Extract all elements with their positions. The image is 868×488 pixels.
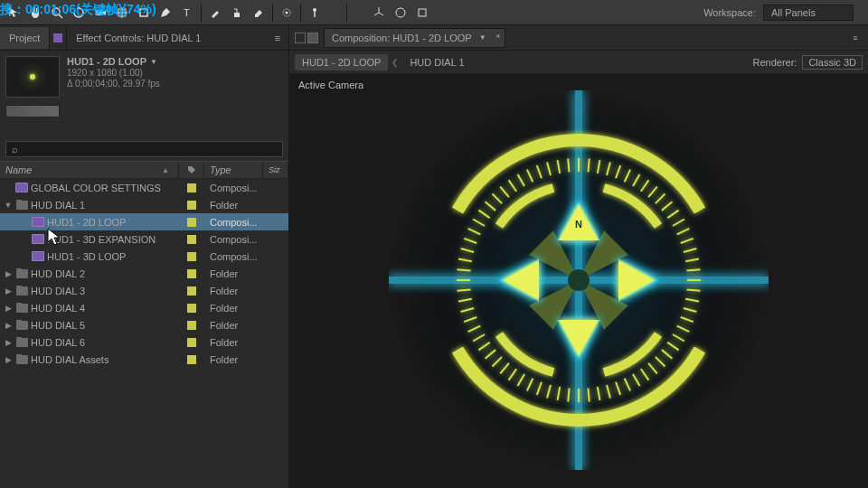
tree-row[interactable]: HUD1 - 2D LOOPComposi... [0,213,288,230]
label-color-swatch[interactable] [179,252,204,261]
tree-row[interactable]: HUD1 - 3D EXPANSIONComposi... [0,230,288,248]
svg-point-16 [396,8,405,17]
composition-viewport[interactable]: Active Camera [289,74,868,488]
tree-item-label: HUD1 - 2D LOOP [47,217,126,228]
chevron-down-icon[interactable]: ▼ [479,33,486,42]
pen-tool[interactable] [156,3,175,23]
tree-row[interactable]: GLOBAL COLOR SETTINGSComposi... [0,179,288,196]
tree-item-label: HUD DIAL 1 [31,200,85,211]
renderer-label: Renderer: [753,57,797,68]
type-tool[interactable]: T [177,3,197,23]
view-axis-mode-icon[interactable] [412,3,432,23]
composition-icon [15,183,28,193]
disclosure-arrow-icon[interactable]: ▶ [4,269,13,278]
column-size[interactable]: Siz [263,162,288,178]
tree-item-label: HUD DIAL Assets [31,354,108,365]
folder-icon [15,286,28,296]
tree-row[interactable]: ▶HUD DIAL 6Folder [0,333,288,351]
breadcrumb-separator-icon: ❮ [392,58,399,67]
tree-item-type: Folder [204,268,263,279]
composition-icon [32,251,44,262]
renderer-dropdown[interactable]: Classic 3D [802,55,863,70]
rotation-tool[interactable] [69,3,89,23]
project-search-input[interactable] [22,144,277,155]
disclosure-arrow-icon[interactable]: ▶ [4,321,13,330]
breadcrumb-current[interactable]: HUD1 - 2D LOOP [295,54,388,70]
tree-row[interactable]: HUD1 - 3D LOOPComposi... [0,248,288,265]
clone-stamp-tool[interactable] [227,3,247,23]
label-color-swatch[interactable] [179,355,204,364]
composition-icon [32,217,44,228]
composition-panel: Composition: HUD1 - 2D LOOP ▼ × ≡ HUD1 -… [289,25,868,488]
disclosure-arrow-icon[interactable]: ▶ [4,338,13,347]
tree-row[interactable]: ▶HUD DIAL 5Folder [0,316,288,333]
workspace-dropdown[interactable]: All Panels [763,5,854,21]
brush-tool[interactable] [205,3,225,23]
comp-panel-menu-button[interactable]: ≡ [846,33,864,42]
svg-point-0 [52,8,60,15]
hand-tool[interactable] [25,3,45,23]
flowchart-icons[interactable] [295,33,318,43]
disclosure-arrow-icon[interactable]: ▶ [4,355,13,364]
breadcrumb-parent[interactable]: HUD DIAL 1 [402,54,471,70]
column-label[interactable] [179,162,204,178]
close-tab-icon[interactable]: × [495,32,500,41]
disclosure-arrow-icon[interactable]: ▶ [4,304,13,313]
effect-controls-icon-tab[interactable] [49,25,67,51]
tree-item-type: Folder [204,286,263,296]
column-type[interactable]: Type [204,162,263,178]
effect-controls-tab[interactable]: Effect Controls: HUD DIAL 1 [67,27,210,49]
tree-item-label: HUD DIAL 2 [31,268,85,279]
zoom-tool[interactable] [47,3,67,23]
tree-item-label: HUD DIAL 6 [31,337,85,348]
composition-title: HUD1 - 2D LOOP▼ [67,56,283,67]
svg-rect-2 [96,10,103,15]
disclosure-arrow-icon[interactable]: ▶ [4,286,13,296]
svg-line-15 [374,13,379,15]
label-color-swatch[interactable] [179,218,204,227]
eraser-tool[interactable] [249,3,269,23]
svg-line-1 [59,14,62,18]
project-search-box[interactable]: ⌕ [5,141,283,157]
rectangle-tool[interactable] [134,3,154,23]
local-axis-mode-icon[interactable] [369,3,389,23]
tree-row[interactable]: ▶HUD DIAL 2Folder [0,265,288,282]
tree-item-type: Folder [204,354,263,365]
puppet-pin-tool[interactable] [305,3,325,23]
tree-row[interactable]: ▶HUD DIAL AssetsFolder [0,351,288,368]
project-tab[interactable]: Project [0,27,49,49]
project-panel: Project Effect Controls: HUD DIAL 1 ≡ HU… [0,25,289,488]
label-color-swatch[interactable] [179,286,204,296]
world-axis-mode-icon[interactable] [391,3,410,23]
label-color-swatch[interactable] [179,201,204,210]
selection-tool[interactable] [4,3,24,23]
label-color-swatch[interactable] [179,235,204,244]
column-name[interactable]: Name▲ [0,162,179,178]
panel-menu-button[interactable]: ≡ [267,33,288,43]
tree-item-type: Folder [204,303,263,314]
roto-brush-tool[interactable] [277,3,297,23]
pan-behind-tool[interactable] [112,3,132,23]
svg-line-76 [458,269,471,270]
svg-text:N: N [575,219,582,230]
label-color-swatch[interactable] [179,321,204,330]
tree-item-label: HUD1 - 3D LOOP [47,251,126,262]
disclosure-arrow-icon[interactable]: ▼ [4,201,13,210]
label-color-swatch[interactable] [179,338,204,347]
search-icon: ⌕ [12,144,18,155]
tree-row[interactable]: ▶HUD DIAL 3Folder [0,282,288,299]
composition-duration: Δ 0;00;04;00, 29.97 fps [67,79,283,89]
tree-item-type: Composi... [204,234,263,245]
label-color-swatch[interactable] [179,304,204,313]
composition-panel-tab[interactable]: Composition: HUD1 - 2D LOOP ▼ × [324,28,505,48]
tree-item-label: HUD DIAL 5 [31,320,85,331]
composition-dimensions: 1920 x 1080 (1.00) [67,68,283,78]
project-columns-header: Name▲ Type Siz [0,161,288,179]
label-color-swatch[interactable] [179,269,204,278]
tree-row[interactable]: ▼HUD DIAL 1Folder [0,196,288,213]
folder-icon [15,354,28,365]
camera-tool[interactable] [90,3,110,23]
project-tree[interactable]: GLOBAL COLOR SETTINGSComposi...▼HUD DIAL… [0,179,288,488]
tree-row[interactable]: ▶HUD DIAL 4Folder [0,299,288,316]
label-color-swatch[interactable] [179,183,204,192]
